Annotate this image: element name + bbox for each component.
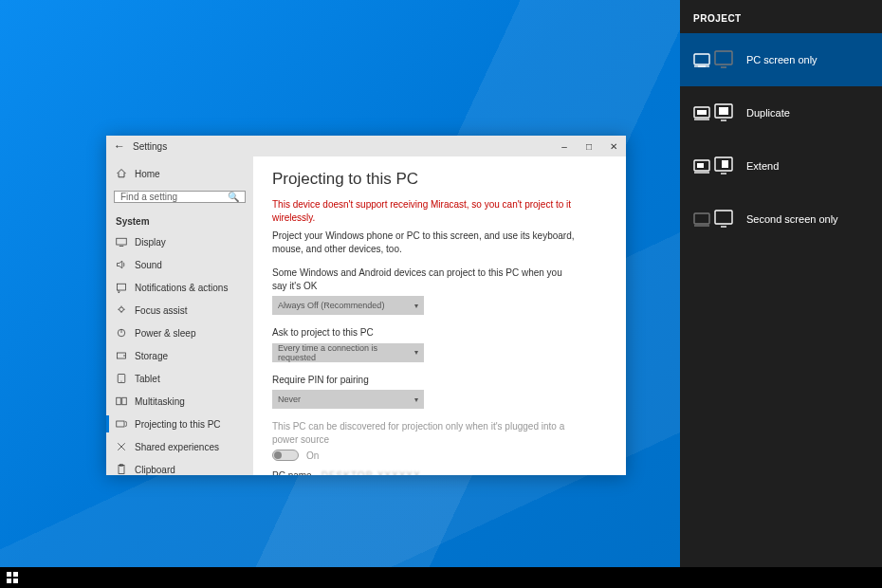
nav-home[interactable]: Home <box>106 162 253 185</box>
require-pin-label: Require PIN for pairing <box>272 374 576 387</box>
maximize-button[interactable]: □ <box>577 136 601 156</box>
svg-point-16 <box>119 307 124 312</box>
pc-name-label: PC name <box>272 470 312 475</box>
svg-rect-23 <box>122 397 127 405</box>
settings-sidebar: Home Find a setting 🔍 System Display Sou… <box>106 156 253 475</box>
nav-clipboard[interactable]: Clipboard <box>106 458 253 475</box>
toggle-label: On <box>306 450 319 461</box>
svg-rect-13 <box>715 211 732 224</box>
svg-rect-3 <box>697 110 707 115</box>
section-label: System <box>106 209 253 230</box>
svg-rect-5 <box>719 107 728 115</box>
settings-content: Projecting to this PC This device doesn'… <box>253 156 626 475</box>
svg-rect-15 <box>118 284 126 290</box>
home-icon <box>116 168 127 179</box>
projecting-icon <box>116 418 127 430</box>
search-input[interactable]: Find a setting 🔍 <box>114 191 246 203</box>
svg-rect-22 <box>117 397 121 405</box>
search-placeholder: Find a setting <box>120 192 177 202</box>
svg-rect-1 <box>715 51 732 64</box>
nav-sound[interactable]: Sound <box>106 253 253 276</box>
nav-projecting[interactable]: Projecting to this PC <box>106 413 253 435</box>
sound-icon <box>116 259 127 270</box>
nav-notifications[interactable]: Notifications & actions <box>106 276 253 299</box>
svg-rect-27 <box>7 572 11 577</box>
svg-rect-25 <box>119 466 124 474</box>
display-icon <box>116 236 127 248</box>
project-option-extend[interactable]: Extend <box>680 139 882 193</box>
nav-display[interactable]: Display <box>106 230 253 253</box>
project-option-pc-screen-only[interactable]: PC screen only <box>680 33 882 86</box>
start-button[interactable] <box>4 569 21 586</box>
description: Project your Windows phone or PC to this… <box>272 230 576 255</box>
search-icon: 🔍 <box>228 192 239 202</box>
chevron-down-icon: ▾ <box>414 395 418 404</box>
project-panel: PROJECT PC screen only Duplicate Extend … <box>680 0 882 567</box>
power-icon <box>116 327 127 339</box>
project-permission-label: Some Windows and Android devices can pro… <box>272 266 576 292</box>
svg-rect-0 <box>694 54 709 64</box>
extend-icon <box>693 155 735 177</box>
multitasking-icon <box>116 395 127 407</box>
duplicate-icon <box>693 101 735 124</box>
nav-storage[interactable]: Storage <box>106 344 253 367</box>
window-title: Settings <box>133 141 167 152</box>
second-screen-only-icon <box>693 208 735 230</box>
require-pin-dropdown[interactable]: Never▾ <box>272 390 424 409</box>
notifications-icon <box>116 282 127 293</box>
nav-power-sleep[interactable]: Power & sleep <box>106 322 253 344</box>
chevron-down-icon: ▾ <box>414 302 418 310</box>
ask-project-label: Ask to project to this PC <box>272 326 576 340</box>
title-bar[interactable]: ← Settings – □ ✕ <box>106 136 626 156</box>
svg-rect-14 <box>117 238 127 245</box>
shared-icon <box>116 441 127 452</box>
svg-rect-11 <box>719 160 722 168</box>
svg-rect-30 <box>13 579 18 583</box>
minimize-button[interactable]: – <box>552 136 577 156</box>
project-option-duplicate[interactable]: Duplicate <box>680 86 882 139</box>
page-heading: Projecting to this PC <box>272 170 607 189</box>
ask-project-dropdown[interactable]: Every time a connection is requested▾ <box>272 343 424 362</box>
nav-focus-assist[interactable]: Focus assist <box>106 299 253 322</box>
pc-name-value: DESKTOP-XXXXXX <box>322 470 421 475</box>
discovery-toggle[interactable] <box>272 450 299 461</box>
project-permission-dropdown[interactable]: Always Off (Recommended)▾ <box>272 296 424 315</box>
pc-screen-only-icon <box>693 48 735 71</box>
focus-assist-icon <box>116 304 127 316</box>
settings-window: ← Settings – □ ✕ Home Find a setting 🔍 S… <box>106 136 626 475</box>
nav-multitasking[interactable]: Multitasking <box>106 390 253 413</box>
project-panel-title: PROJECT <box>680 13 882 33</box>
svg-rect-12 <box>694 213 709 224</box>
svg-rect-24 <box>117 421 124 427</box>
close-button[interactable]: ✕ <box>601 136 626 156</box>
nav-home-label: Home <box>135 169 160 179</box>
miracast-error: This device doesn't support receiving Mi… <box>272 198 576 224</box>
svg-point-19 <box>123 355 125 357</box>
nav-shared-experiences[interactable]: Shared experiences <box>106 435 253 458</box>
project-option-label: Duplicate <box>746 107 790 119</box>
back-arrow-icon[interactable]: ← <box>114 139 125 153</box>
project-option-second-screen-only[interactable]: Second screen only <box>680 193 882 246</box>
taskbar[interactable] <box>0 567 882 588</box>
svg-rect-28 <box>13 572 18 577</box>
project-option-label: PC screen only <box>746 54 818 65</box>
discovery-note: This PC can be discovered for projection… <box>272 420 576 446</box>
svg-rect-8 <box>704 163 707 168</box>
svg-point-21 <box>120 380 121 381</box>
svg-rect-29 <box>7 579 11 583</box>
nav-tablet[interactable]: Tablet <box>106 367 253 390</box>
tablet-icon <box>116 373 127 384</box>
project-option-label: Second screen only <box>746 213 838 225</box>
clipboard-icon <box>116 464 127 475</box>
project-option-label: Extend <box>746 160 779 172</box>
storage-icon <box>116 350 127 361</box>
chevron-down-icon: ▾ <box>414 348 418 357</box>
